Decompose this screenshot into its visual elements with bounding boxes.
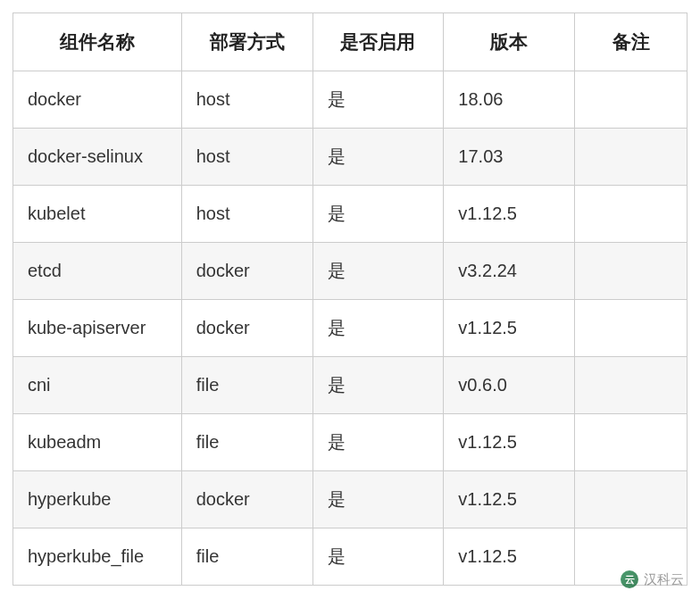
cell-deploy: docker	[181, 300, 312, 357]
cell-version: v1.12.5	[444, 471, 575, 528]
cell-note	[575, 71, 688, 129]
cell-version: 17.03	[444, 129, 575, 186]
cell-enabled: 是	[312, 414, 444, 471]
cell-enabled: 是	[312, 129, 444, 186]
cell-name: kubelet	[13, 186, 182, 243]
col-header-version: 版本	[444, 13, 575, 71]
cell-name: hyperkube	[13, 471, 182, 528]
cell-enabled: 是	[312, 186, 444, 243]
watermark-logo-icon: 云	[621, 570, 638, 588]
cell-name: docker	[13, 71, 182, 129]
cell-note	[575, 471, 688, 528]
cell-name: docker-selinux	[13, 129, 182, 186]
watermark: 云 汉科云	[621, 570, 684, 588]
cell-deploy: docker	[181, 243, 312, 300]
table-row: cni file 是 v0.6.0	[13, 357, 688, 414]
cell-note	[575, 357, 688, 414]
table-header-row: 组件名称 部署方式 是否启用 版本 备注	[13, 13, 688, 71]
table-row: kubeadm file 是 v1.12.5	[13, 414, 688, 471]
cell-version: v0.6.0	[444, 357, 575, 414]
cell-note	[575, 243, 688, 300]
cell-name: etcd	[13, 243, 182, 300]
cell-deploy: host	[181, 186, 312, 243]
cell-version: v3.2.24	[444, 243, 575, 300]
col-header-note: 备注	[575, 13, 688, 71]
table-row: docker-selinux host 是 17.03	[13, 129, 688, 186]
col-header-name: 组件名称	[13, 13, 182, 71]
cell-version: v1.12.5	[444, 186, 575, 243]
cell-version: v1.12.5	[444, 414, 575, 471]
cell-deploy: file	[181, 414, 312, 471]
col-header-enabled: 是否启用	[312, 13, 444, 71]
cell-enabled: 是	[312, 243, 444, 300]
cell-name: cni	[13, 357, 182, 414]
cell-note	[575, 414, 688, 471]
cell-note	[575, 186, 688, 243]
cell-version: v1.12.5	[444, 300, 575, 357]
table-row: hyperkube docker 是 v1.12.5	[13, 471, 688, 528]
cell-enabled: 是	[312, 357, 444, 414]
cell-name: kubeadm	[13, 414, 182, 471]
cell-name: kube-apiserver	[13, 300, 182, 357]
cell-deploy: host	[181, 129, 312, 186]
table-row: kube-apiserver docker 是 v1.12.5	[13, 300, 688, 357]
col-header-deploy: 部署方式	[181, 13, 312, 71]
cell-deploy: file	[181, 357, 312, 414]
cell-deploy: docker	[181, 471, 312, 528]
table-row: hyperkube_file file 是 v1.12.5	[13, 528, 688, 586]
cell-version: 18.06	[444, 71, 575, 129]
cell-deploy: host	[181, 71, 312, 129]
cell-version: v1.12.5	[444, 528, 575, 586]
table-row: etcd docker 是 v3.2.24	[13, 243, 688, 300]
cell-enabled: 是	[312, 300, 444, 357]
table-row: kubelet host 是 v1.12.5	[13, 186, 688, 243]
cell-enabled: 是	[312, 471, 444, 528]
components-table: 组件名称 部署方式 是否启用 版本 备注 docker host 是 18.06…	[12, 12, 688, 586]
cell-enabled: 是	[312, 71, 444, 129]
cell-name: hyperkube_file	[13, 528, 182, 586]
cell-deploy: file	[181, 528, 312, 586]
cell-note	[575, 129, 688, 186]
cell-note	[575, 300, 688, 357]
watermark-text: 汉科云	[644, 571, 684, 588]
table-row: docker host 是 18.06	[13, 71, 688, 129]
cell-enabled: 是	[312, 528, 444, 586]
